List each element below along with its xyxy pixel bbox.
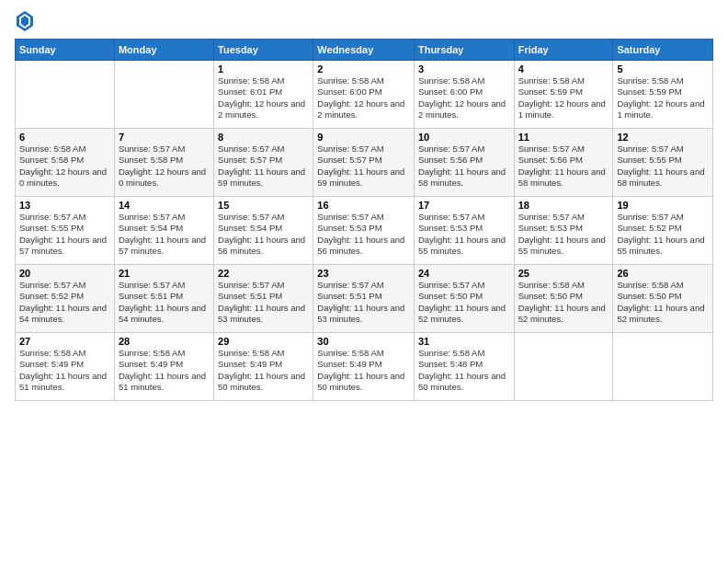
day-info: Sunrise: 5:57 AM Sunset: 5:51 PM Dayligh… (119, 280, 210, 325)
day-number: 14 (119, 200, 210, 211)
day-info: Sunrise: 5:58 AM Sunset: 5:59 PM Dayligh… (617, 75, 709, 121)
day-info: Sunrise: 5:58 AM Sunset: 6:01 PM Dayligh… (218, 75, 309, 121)
day-info: Sunrise: 5:58 AM Sunset: 5:49 PM Dayligh… (19, 348, 110, 393)
day-info: Sunrise: 5:58 AM Sunset: 5:50 PM Dayligh… (617, 280, 709, 325)
calendar-cell: 5Sunrise: 5:58 AM Sunset: 5:59 PM Daylig… (613, 61, 713, 129)
day-number: 27 (19, 336, 110, 347)
day-number: 30 (317, 336, 410, 347)
day-number: 25 (518, 268, 609, 279)
calendar-cell: 18Sunrise: 5:57 AM Sunset: 5:53 PM Dayli… (514, 197, 613, 265)
day-number: 21 (119, 268, 210, 279)
weekday-header-wednesday: Wednesday (313, 40, 415, 61)
day-number: 1 (218, 63, 309, 75)
calendar-cell (613, 333, 713, 401)
day-info: Sunrise: 5:58 AM Sunset: 6:00 PM Dayligh… (418, 75, 510, 121)
day-number: 6 (19, 132, 110, 143)
calendar-cell: 10Sunrise: 5:57 AM Sunset: 5:56 PM Dayli… (414, 129, 514, 197)
calendar-cell: 13Sunrise: 5:57 AM Sunset: 5:55 PM Dayli… (16, 197, 115, 265)
day-number: 19 (617, 200, 709, 211)
day-info: Sunrise: 5:57 AM Sunset: 5:53 PM Dayligh… (317, 212, 410, 257)
day-number: 26 (617, 268, 709, 279)
calendar-cell: 17Sunrise: 5:57 AM Sunset: 5:53 PM Dayli… (414, 197, 514, 265)
day-info: Sunrise: 5:57 AM Sunset: 5:52 PM Dayligh… (617, 212, 709, 257)
day-info: Sunrise: 5:57 AM Sunset: 5:57 PM Dayligh… (317, 144, 410, 189)
day-info: Sunrise: 5:58 AM Sunset: 5:49 PM Dayligh… (218, 348, 309, 393)
day-info: Sunrise: 5:57 AM Sunset: 5:52 PM Dayligh… (19, 280, 110, 325)
weekday-header-friday: Friday (514, 40, 613, 61)
calendar-cell: 3Sunrise: 5:58 AM Sunset: 6:00 PM Daylig… (414, 61, 514, 129)
calendar-cell: 22Sunrise: 5:57 AM Sunset: 5:51 PM Dayli… (214, 265, 313, 333)
day-info: Sunrise: 5:57 AM Sunset: 5:58 PM Dayligh… (119, 144, 210, 189)
day-number: 22 (218, 268, 309, 279)
day-info: Sunrise: 5:57 AM Sunset: 5:56 PM Dayligh… (518, 144, 609, 189)
calendar-cell: 16Sunrise: 5:57 AM Sunset: 5:53 PM Dayli… (313, 197, 415, 265)
calendar-cell: 11Sunrise: 5:57 AM Sunset: 5:56 PM Dayli… (514, 129, 613, 197)
day-number: 10 (418, 132, 510, 143)
weekday-header-saturday: Saturday (613, 40, 713, 61)
calendar-cell: 25Sunrise: 5:58 AM Sunset: 5:50 PM Dayli… (514, 265, 613, 333)
calendar-cell: 24Sunrise: 5:57 AM Sunset: 5:50 PM Dayli… (414, 265, 514, 333)
day-number: 11 (518, 132, 609, 143)
calendar-week-5: 27Sunrise: 5:58 AM Sunset: 5:49 PM Dayli… (16, 333, 713, 401)
calendar-cell: 12Sunrise: 5:57 AM Sunset: 5:55 PM Dayli… (613, 129, 713, 197)
logo-icon (17, 11, 33, 31)
day-info: Sunrise: 5:58 AM Sunset: 5:58 PM Dayligh… (19, 144, 110, 189)
weekday-header-monday: Monday (114, 40, 213, 61)
calendar-cell: 14Sunrise: 5:57 AM Sunset: 5:54 PM Dayli… (114, 197, 213, 265)
day-number: 24 (418, 268, 510, 279)
calendar-table: SundayMondayTuesdayWednesdayThursdayFrid… (15, 39, 713, 401)
calendar-cell: 20Sunrise: 5:57 AM Sunset: 5:52 PM Dayli… (16, 265, 115, 333)
day-info: Sunrise: 5:57 AM Sunset: 5:53 PM Dayligh… (518, 212, 609, 257)
day-number: 13 (19, 200, 110, 211)
day-number: 28 (119, 336, 210, 347)
calendar-cell: 9Sunrise: 5:57 AM Sunset: 5:57 PM Daylig… (313, 129, 415, 197)
calendar-cell: 15Sunrise: 5:57 AM Sunset: 5:54 PM Dayli… (214, 197, 313, 265)
calendar-week-4: 20Sunrise: 5:57 AM Sunset: 5:52 PM Dayli… (16, 265, 713, 333)
day-number: 20 (19, 268, 110, 279)
calendar-cell: 23Sunrise: 5:57 AM Sunset: 5:51 PM Dayli… (313, 265, 415, 333)
calendar-cell: 27Sunrise: 5:58 AM Sunset: 5:49 PM Dayli… (16, 333, 115, 401)
day-number: 18 (518, 200, 609, 211)
calendar-cell: 29Sunrise: 5:58 AM Sunset: 5:49 PM Dayli… (214, 333, 313, 401)
calendar-cell: 31Sunrise: 5:58 AM Sunset: 5:48 PM Dayli… (414, 333, 514, 401)
day-number: 9 (317, 132, 410, 143)
day-info: Sunrise: 5:58 AM Sunset: 5:59 PM Dayligh… (518, 75, 609, 121)
calendar-cell: 6Sunrise: 5:58 AM Sunset: 5:58 PM Daylig… (16, 129, 115, 197)
calendar-week-1: 1Sunrise: 5:58 AM Sunset: 6:01 PM Daylig… (16, 61, 713, 129)
day-info: Sunrise: 5:58 AM Sunset: 5:50 PM Dayligh… (518, 280, 609, 325)
day-number: 29 (218, 336, 309, 347)
calendar-cell: 4Sunrise: 5:58 AM Sunset: 5:59 PM Daylig… (514, 61, 613, 129)
weekday-header-tuesday: Tuesday (214, 40, 313, 61)
day-info: Sunrise: 5:57 AM Sunset: 5:53 PM Dayligh… (418, 212, 510, 257)
calendar-cell: 2Sunrise: 5:58 AM Sunset: 6:00 PM Daylig… (313, 61, 415, 129)
day-number: 23 (317, 268, 410, 279)
calendar-cell (114, 61, 213, 129)
day-number: 3 (418, 63, 510, 75)
day-number: 8 (218, 132, 309, 143)
day-number: 15 (218, 200, 309, 211)
day-info: Sunrise: 5:57 AM Sunset: 5:54 PM Dayligh… (218, 212, 309, 257)
header (15, 11, 713, 31)
calendar-cell: 30Sunrise: 5:58 AM Sunset: 5:49 PM Dayli… (313, 333, 415, 401)
calendar-cell: 21Sunrise: 5:57 AM Sunset: 5:51 PM Dayli… (114, 265, 213, 333)
calendar-cell: 1Sunrise: 5:58 AM Sunset: 6:01 PM Daylig… (214, 61, 313, 129)
day-number: 12 (617, 132, 709, 143)
day-info: Sunrise: 5:57 AM Sunset: 5:51 PM Dayligh… (218, 280, 309, 325)
day-number: 2 (317, 63, 410, 75)
calendar-cell: 7Sunrise: 5:57 AM Sunset: 5:58 PM Daylig… (114, 129, 213, 197)
day-number: 5 (617, 63, 709, 75)
day-info: Sunrise: 5:57 AM Sunset: 5:56 PM Dayligh… (418, 144, 510, 189)
calendar-cell: 26Sunrise: 5:58 AM Sunset: 5:50 PM Dayli… (613, 265, 713, 333)
day-info: Sunrise: 5:58 AM Sunset: 5:48 PM Dayligh… (418, 348, 510, 393)
calendar-cell: 8Sunrise: 5:57 AM Sunset: 5:57 PM Daylig… (214, 129, 313, 197)
day-info: Sunrise: 5:58 AM Sunset: 6:00 PM Dayligh… (317, 75, 410, 121)
weekday-header-thursday: Thursday (414, 40, 514, 61)
logo (15, 11, 37, 31)
weekday-header-sunday: Sunday (16, 40, 115, 61)
calendar-week-2: 6Sunrise: 5:58 AM Sunset: 5:58 PM Daylig… (16, 129, 713, 197)
calendar-cell: 28Sunrise: 5:58 AM Sunset: 5:49 PM Dayli… (114, 333, 213, 401)
day-info: Sunrise: 5:58 AM Sunset: 5:49 PM Dayligh… (119, 348, 210, 393)
calendar-cell: 19Sunrise: 5:57 AM Sunset: 5:52 PM Dayli… (613, 197, 713, 265)
day-number: 17 (418, 200, 510, 211)
calendar-cell (16, 61, 115, 129)
